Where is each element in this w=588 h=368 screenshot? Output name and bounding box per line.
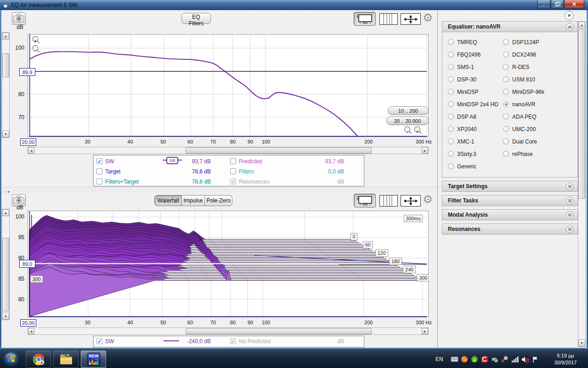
section-header-modal-analysis[interactable]: Modal Analysis	[442, 209, 578, 220]
radio-unselected[interactable]	[503, 39, 509, 45]
pan-mode-button[interactable]	[401, 13, 421, 25]
avast-icon[interactable]	[460, 355, 469, 363]
radio-unselected[interactable]	[503, 89, 509, 95]
scroll-up-arrow[interactable]: ▲	[2, 209, 9, 216]
tab-waterfall[interactable]: Waterfall	[154, 195, 182, 206]
radio-unselected[interactable]	[448, 138, 454, 144]
equaliser-option-xp2040[interactable]: XP2040	[448, 123, 503, 135]
hscroll-thumb[interactable]	[186, 328, 372, 334]
equaliser-section-header[interactable]: Equaliser: nanoAVR	[442, 21, 578, 32]
tab-pole-zero[interactable]: Pole-Zero	[205, 195, 232, 206]
equaliser-option-tmreq[interactable]: TMREQ	[448, 36, 503, 48]
graph-settings-gear-icon-2[interactable]: ⚙	[423, 193, 433, 206]
equaliser-option-r-des[interactable]: R-DES	[503, 61, 572, 73]
equaliser-option-dsp-30[interactable]: DSP-30	[448, 73, 503, 86]
predicted-checkbox[interactable]	[230, 158, 236, 164]
graph-limits-button[interactable]	[354, 12, 376, 26]
panel-divider[interactable]: ▲▼	[1, 187, 437, 192]
wf-vscrollbar[interactable]: ▲ ▼	[2, 209, 10, 320]
zoom-out-x-icon[interactable]: −	[405, 126, 412, 134]
eq-filters-button[interactable]: EQ Filters	[181, 13, 211, 24]
expand-panel-button[interactable]: »	[565, 11, 574, 20]
radio-unselected[interactable]	[448, 64, 454, 70]
expand-section-button[interactable]	[566, 211, 574, 219]
equaliser-option-xmc-1[interactable]: XMC-1	[448, 135, 503, 148]
zoom-in-y-icon[interactable]: +	[33, 36, 40, 44]
vscroll-thumb[interactable]	[578, 29, 585, 199]
network-plug-error-icon[interactable]	[501, 355, 509, 363]
taskbar-rew-button[interactable]: REW V5.1	[81, 351, 106, 368]
taskbar-chrome-button[interactable]	[26, 351, 51, 368]
radio-unselected[interactable]	[503, 151, 509, 157]
scroll-left-arrow[interactable]: ◄	[28, 328, 34, 334]
radio-unselected[interactable]	[503, 52, 509, 58]
range-20-20000-button[interactable]: 20 .. 20.000	[386, 116, 429, 125]
equaliser-option-dsp1124p[interactable]: DSP1124P	[503, 36, 572, 48]
scroll-right-arrow[interactable]: ►	[422, 147, 428, 154]
minimize-button[interactable]	[537, 0, 550, 8]
close-button[interactable]: ×	[564, 0, 584, 8]
waterfall-plot[interactable]: 240060120180240300300ms300	[28, 211, 429, 317]
capture-image-button[interactable]	[12, 12, 26, 25]
window-titlebar[interactable]: EQ for measurement 8 SW ×	[0, 0, 588, 10]
equaliser-option-fbq2496[interactable]: FBQ2496	[448, 48, 503, 61]
radio-unselected[interactable]	[448, 39, 454, 45]
maximize-button[interactable]	[551, 0, 564, 8]
graph-settings-gear-icon[interactable]: ⚙	[423, 11, 433, 24]
zoom-in-x-icon[interactable]: +	[414, 126, 421, 134]
section-header-filter-tasks[interactable]: Filter Tasks	[442, 195, 578, 206]
radio-unselected[interactable]	[448, 101, 454, 107]
equaliser-option-nanoavr[interactable]: nanoAVR	[503, 98, 572, 110]
frequency-bands-button[interactable]	[379, 13, 398, 25]
radio-unselected[interactable]	[448, 76, 454, 82]
utorrent-icon[interactable]: µ	[470, 355, 479, 363]
radio-unselected[interactable]	[448, 52, 454, 58]
equaliser-option-umc-200[interactable]: UMC-200	[503, 123, 572, 135]
scroll-down-arrow[interactable]: ▼	[578, 339, 585, 346]
radio-unselected[interactable]	[503, 64, 509, 70]
radio-unselected[interactable]	[448, 151, 454, 157]
equaliser-option-dsp-a8[interactable]: DSP A8	[448, 110, 503, 123]
scroll-down-arrow[interactable]: ▼	[2, 313, 9, 320]
taskbar-explorer-button[interactable]	[53, 351, 79, 368]
target-checkbox[interactable]	[96, 168, 102, 174]
radio-unselected[interactable]	[448, 126, 454, 132]
action-center-flag-icon[interactable]	[531, 355, 539, 363]
volume-muted-icon[interactable]	[521, 355, 529, 363]
sw-checkbox[interactable]: ✓	[96, 158, 102, 164]
scroll-up-arrow[interactable]: ▲	[2, 33, 9, 40]
radio-unselected[interactable]	[503, 114, 509, 120]
usb-safely-remove-icon[interactable]	[491, 355, 499, 363]
tab-impulse[interactable]: Impulse	[182, 195, 205, 206]
equaliser-option-generic[interactable]: Generic	[448, 160, 503, 172]
equaliser-option-3sixty-3[interactable]: 3Sixty.3	[448, 148, 503, 160]
sidebar-vscrollbar[interactable]: ▲ ▼	[578, 21, 586, 347]
top-chart-vscrollbar[interactable]: ▲ ▼	[2, 32, 10, 138]
frequency-bands-button-2[interactable]	[379, 195, 398, 207]
vscroll-thumb[interactable]	[2, 53, 9, 77]
start-button[interactable]	[3, 351, 19, 368]
equaliser-option-minidsp-2x4-hd[interactable]: MiniDSP 2x4 HD	[448, 98, 503, 110]
expand-section-button[interactable]	[566, 225, 574, 233]
range-10-200-button[interactable]: 10 .. 200	[388, 106, 429, 115]
equaliser-option-rephase[interactable]: rePhase	[503, 148, 572, 160]
equaliser-option-usm-810[interactable]: USM 810	[503, 73, 572, 86]
hscroll-thumb[interactable]	[186, 147, 372, 154]
spl-plot[interactable]: +−−+	[28, 34, 429, 137]
radio-unselected[interactable]	[448, 114, 454, 120]
wf-sw-checkbox[interactable]: ✓	[96, 338, 102, 344]
equaliser-option-ada-peq[interactable]: ADA PEQ	[503, 110, 572, 123]
equaliser-option-minidsp-96k[interactable]: MiniDSP-96k	[503, 86, 572, 98]
radio-unselected[interactable]	[503, 76, 509, 82]
trend-micro-icon[interactable]	[481, 355, 489, 363]
zoom-out-y-icon[interactable]: −	[33, 46, 40, 53]
graph-limits-button-2[interactable]	[354, 194, 376, 207]
vscroll-thumb[interactable]	[2, 238, 9, 311]
scroll-right-arrow[interactable]: ►	[422, 328, 428, 334]
language-indicator[interactable]: EN	[435, 356, 443, 362]
taskbar-clock[interactable]: 5:19 μμ 30/9/2017	[546, 352, 585, 366]
radio-unselected[interactable]	[448, 89, 454, 95]
scroll-down-arrow[interactable]: ▼	[2, 131, 9, 138]
radio-unselected[interactable]	[448, 163, 454, 169]
expand-section-button[interactable]	[566, 197, 574, 205]
